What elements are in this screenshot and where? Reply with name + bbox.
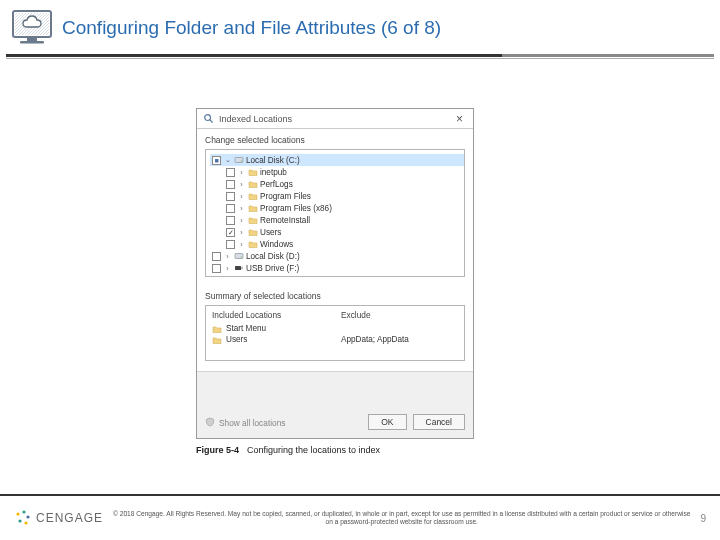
page-number: 9	[700, 513, 706, 524]
dialog-title: Indexed Locations	[219, 114, 450, 124]
tree-row[interactable]: ›Program Files (x86)	[210, 202, 464, 214]
tree-row-label: Program Files	[260, 192, 311, 201]
checkbox[interactable]	[226, 240, 235, 249]
chevron-right-icon[interactable]: ›	[237, 229, 246, 236]
included-column: Included Locations Start MenuUsers	[206, 306, 335, 360]
tree-row-label: Local Disk (D:)	[246, 252, 300, 261]
chevron-right-icon[interactable]: ›	[237, 205, 246, 212]
chevron-right-icon[interactable]: ›	[237, 193, 246, 200]
exclude-item: AppData; AppData	[341, 334, 458, 345]
svg-rect-6	[235, 158, 243, 163]
svg-point-4	[205, 115, 211, 121]
checkbox[interactable]	[226, 216, 235, 225]
dialog-button-row: Show all locations OK Cancel	[197, 371, 473, 438]
tree-row[interactable]: ›RemoteInstall	[210, 214, 464, 226]
page-title: Configuring Folder and File Attributes (…	[62, 17, 441, 39]
svg-point-16	[24, 521, 27, 524]
included-item-label: Users	[226, 335, 247, 344]
exclude-column: Exclude AppData; AppData	[335, 306, 464, 360]
figure-caption: Figure 5-4Configuring the locations to i…	[196, 445, 474, 455]
folder-icon	[248, 215, 258, 225]
tree-row[interactable]: ■⌄Local Disk (C:)	[210, 154, 464, 166]
tree-row[interactable]: ›USB Drive (F:)	[210, 262, 464, 274]
tree-row-label: Program Files (x86)	[260, 204, 332, 213]
search-index-icon	[203, 113, 214, 124]
tree-row-label: USB Drive (F:)	[246, 264, 299, 273]
show-all-locations[interactable]: Show all locations	[205, 417, 285, 429]
dialog-titlebar: Indexed Locations ×	[197, 109, 473, 129]
chevron-right-icon[interactable]: ›	[237, 169, 246, 176]
chevron-right-icon[interactable]: ›	[237, 217, 246, 224]
svg-rect-8	[235, 254, 243, 259]
shield-icon	[205, 417, 215, 429]
usb-icon	[234, 263, 244, 273]
checkbox[interactable]	[226, 192, 235, 201]
summary-label: Summary of selected locations	[205, 285, 465, 305]
brand: CENGAGE	[14, 509, 103, 527]
checkbox[interactable]	[226, 204, 235, 213]
change-locations-label: Change selected locations	[197, 129, 473, 149]
included-header: Included Locations	[212, 310, 329, 320]
folder-icon	[212, 335, 222, 345]
tree-row[interactable]: ›Local Disk (D:)	[210, 250, 464, 262]
folder-icon	[248, 167, 258, 177]
checkbox[interactable]	[226, 168, 235, 177]
chevron-right-icon[interactable]: ›	[223, 253, 232, 260]
copyright-text: © 2018 Cengage. All Rights Reserved. May…	[103, 510, 700, 526]
cengage-logo-icon	[14, 509, 32, 527]
folder-icon	[248, 203, 258, 213]
checkbox[interactable]: ■	[212, 156, 221, 165]
tree-row-label: RemoteInstall	[260, 216, 310, 225]
svg-point-13	[22, 510, 25, 513]
tree-row-label: PerfLogs	[260, 180, 293, 189]
tree-row-label: inetpub	[260, 168, 287, 177]
folder-icon	[212, 324, 222, 334]
cloud-monitor-icon	[10, 8, 54, 48]
chevron-right-icon[interactable]: ›	[237, 241, 246, 248]
tree-row[interactable]: ✓›Users	[210, 226, 464, 238]
svg-rect-10	[235, 266, 241, 270]
tree-row-label: Users	[260, 228, 281, 237]
tree-row[interactable]: ›inetpub	[210, 166, 464, 178]
chevron-down-icon[interactable]: ⌄	[223, 156, 232, 164]
locations-tree[interactable]: ■⌄Local Disk (C:)›inetpub›PerfLogs›Progr…	[205, 149, 465, 277]
checkbox[interactable]	[212, 252, 221, 261]
tree-row-label: Windows	[260, 240, 293, 249]
exclude-header: Exclude	[341, 310, 458, 320]
svg-rect-3	[20, 41, 44, 44]
chevron-right-icon[interactable]: ›	[237, 181, 246, 188]
checkbox[interactable]	[226, 180, 235, 189]
figure-text: Configuring the locations to index	[247, 445, 380, 455]
checkbox[interactable]: ✓	[226, 228, 235, 237]
figure-container: Indexed Locations × Change selected loca…	[196, 108, 474, 455]
show-all-label: Show all locations	[219, 418, 285, 428]
included-item: Users	[212, 334, 329, 345]
tree-row[interactable]: ›PerfLogs	[210, 178, 464, 190]
svg-point-7	[241, 160, 242, 161]
svg-rect-11	[241, 267, 243, 270]
ok-button[interactable]: OK	[368, 414, 406, 430]
close-icon[interactable]: ×	[450, 112, 469, 126]
svg-point-14	[26, 515, 29, 518]
cancel-button[interactable]: Cancel	[413, 414, 465, 430]
folder-icon	[248, 227, 258, 237]
tree-row-label: Local Disk (C:)	[246, 156, 300, 165]
included-item-label: Start Menu	[226, 324, 266, 333]
slide-header: Configuring Folder and File Attributes (…	[0, 0, 720, 54]
slide-footer: CENGAGE © 2018 Cengage. All Rights Reser…	[0, 494, 720, 540]
divider-thick	[6, 54, 714, 57]
checkbox[interactable]	[212, 264, 221, 273]
figure-number: Figure 5-4	[196, 445, 239, 455]
svg-line-5	[210, 120, 213, 123]
tree-row[interactable]: ›Windows	[210, 238, 464, 250]
exclude-item	[341, 323, 458, 334]
brand-text: CENGAGE	[36, 511, 103, 525]
svg-rect-2	[27, 38, 37, 41]
svg-point-15	[18, 519, 21, 522]
disk-icon	[234, 251, 244, 261]
chevron-right-icon[interactable]: ›	[223, 265, 232, 272]
tree-row[interactable]: ›Program Files	[210, 190, 464, 202]
svg-point-9	[241, 256, 242, 257]
svg-point-12	[16, 512, 19, 515]
included-item: Start Menu	[212, 323, 329, 334]
